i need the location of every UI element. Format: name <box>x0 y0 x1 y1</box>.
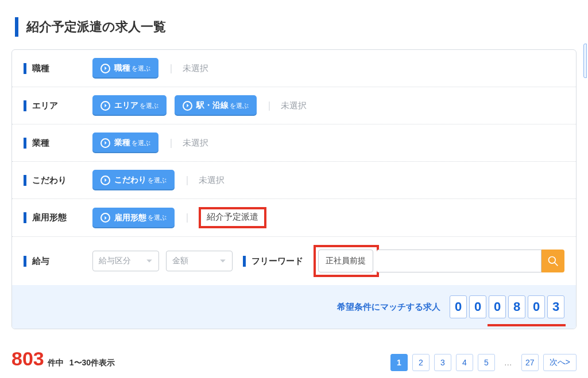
page-last[interactable]: 27 <box>521 354 539 371</box>
salary-amount-select[interactable]: 金額 <box>166 251 233 271</box>
counter-digit: 0 <box>528 295 545 318</box>
divider-icon: ｜ <box>183 212 192 224</box>
search-filter-card: 職種 職種を選ぶ ｜ 未選択 エリア エリアを選ぶ 駅・沿線を選ぶ ｜ 未選択 … <box>11 49 577 329</box>
label-job-type: 職種 <box>24 63 92 74</box>
page-4[interactable]: 4 <box>456 354 473 371</box>
select-station-line-button[interactable]: 駅・沿線を選ぶ <box>175 95 257 116</box>
value-industry: 未選択 <box>183 138 208 149</box>
page-next[interactable]: 次へ> <box>543 354 577 371</box>
freeword-input[interactable] <box>318 250 373 272</box>
results-header: 803 件中 1〜30件表示 1 2 3 4 5 … 27 次へ> <box>11 348 577 371</box>
results-unit: 件中 <box>48 358 64 368</box>
divider-icon: ｜ <box>167 137 176 149</box>
filter-row-employment: 雇用形態 雇用形態を選ぶ ｜ 紹介予定派遣 <box>12 198 576 236</box>
filter-row-area: エリア エリアを選ぶ 駅・沿線を選ぶ ｜ 未選択 <box>12 87 576 124</box>
counter-digit: 0 <box>489 295 506 318</box>
results-range: 1〜30件表示 <box>69 358 115 368</box>
filter-row-salary-freeword: 給与 給与区分 金額 フリーワード <box>12 236 576 285</box>
results-total: 803 <box>11 348 44 370</box>
search-button[interactable] <box>541 250 564 272</box>
filter-row-preference: こだわり こだわりを選ぶ ｜ 未選択 <box>12 161 576 198</box>
highlight-employment-value: 紹介予定派遣 <box>199 207 266 228</box>
match-counter: 0 0 0 8 0 3 <box>450 295 564 318</box>
divider-icon: ｜ <box>183 174 192 186</box>
match-count-bar: 希望条件にマッチする求人 0 0 0 8 0 3 <box>12 285 576 329</box>
filter-row-industry: 業種 業種を選ぶ ｜ 未選択 <box>12 124 576 161</box>
page-2[interactable]: 2 <box>412 354 430 371</box>
arrow-right-circle-icon <box>100 138 110 148</box>
counter-digit: 0 <box>469 295 486 318</box>
arrow-right-circle-icon <box>100 101 110 111</box>
page-3[interactable]: 3 <box>434 354 451 371</box>
counter-digit: 0 <box>450 295 467 318</box>
label-industry: 業種 <box>24 138 92 149</box>
value-area: 未選択 <box>281 100 307 111</box>
label-preference: こだわり <box>24 175 92 186</box>
filter-row-job-type: 職種 職種を選ぶ ｜ 未選択 <box>12 50 576 87</box>
select-preference-button[interactable]: こだわりを選ぶ <box>92 170 175 190</box>
counter-digit: 8 <box>508 295 525 318</box>
highlight-freeword-input <box>314 245 379 277</box>
chevron-down-icon <box>146 258 153 264</box>
search-icon <box>547 255 559 267</box>
highlight-underline <box>488 324 566 326</box>
arrow-right-circle-icon <box>100 64 110 73</box>
value-preference: 未選択 <box>199 175 225 186</box>
page-5[interactable]: 5 <box>478 354 495 371</box>
salary-type-select[interactable]: 給与区分 <box>92 251 159 271</box>
value-employment: 紹介予定派遣 <box>207 212 258 221</box>
counter-digit: 3 <box>547 295 564 318</box>
divider-icon: ｜ <box>265 100 274 112</box>
page-1[interactable]: 1 <box>390 354 408 371</box>
arrow-right-circle-icon <box>100 176 110 185</box>
match-count-label: 希望条件にマッチする求人 <box>337 302 440 313</box>
freeword-input-extra[interactable] <box>377 250 541 272</box>
value-job-type: 未選択 <box>183 63 208 74</box>
label-area: エリア <box>24 100 92 111</box>
select-employment-button[interactable]: 雇用形態を選ぶ <box>92 208 175 228</box>
select-area-button[interactable]: エリアを選ぶ <box>92 95 167 116</box>
side-panel-edge <box>583 44 587 78</box>
divider-icon: ｜ <box>167 63 176 75</box>
arrow-right-circle-icon <box>100 213 110 223</box>
label-employment: 雇用形態 <box>24 212 92 223</box>
label-freeword: フリーワード <box>243 256 303 267</box>
select-industry-button[interactable]: 業種を選ぶ <box>92 133 158 153</box>
svg-line-1 <box>555 263 558 266</box>
chevron-down-icon <box>219 258 226 264</box>
page-ellipsis: … <box>500 354 517 371</box>
pager: 1 2 3 4 5 … 27 次へ> <box>390 354 577 371</box>
select-job-type-button[interactable]: 職種を選ぶ <box>92 58 158 79</box>
page-title: 紹介予定派遣の求人一覧 <box>15 17 577 37</box>
svg-point-0 <box>549 257 556 264</box>
arrow-right-circle-icon <box>183 101 192 111</box>
label-salary: 給与 <box>24 256 92 267</box>
